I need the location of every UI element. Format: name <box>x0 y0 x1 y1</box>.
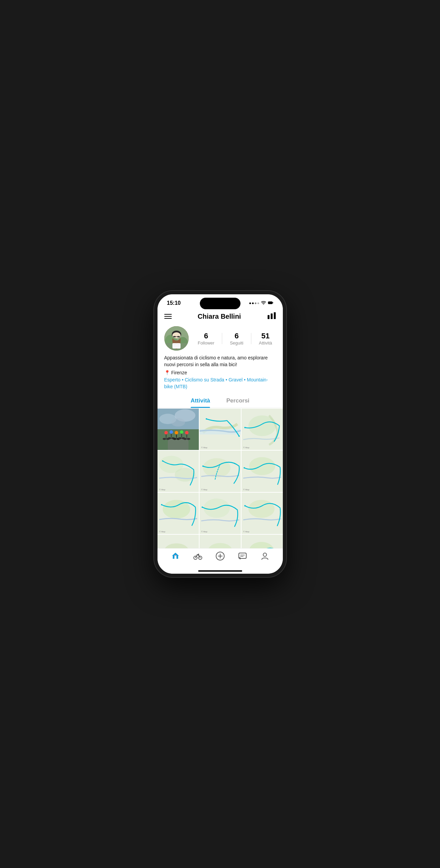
svg-point-34 <box>180 430 183 434</box>
grid-item-map-11[interactable]: © Map <box>242 535 283 548</box>
attivita-count: 51 <box>261 332 270 340</box>
svg-text:© Map: © Map <box>243 446 250 449</box>
grid-item-map-2[interactable]: © Map <box>242 409 283 450</box>
svg-point-30 <box>174 431 178 434</box>
grid-item-map-6[interactable]: © Map <box>158 493 199 534</box>
svg-rect-12 <box>173 336 176 337</box>
follower-count: 6 <box>204 332 208 340</box>
svg-point-11 <box>172 332 181 338</box>
svg-point-58 <box>202 466 204 467</box>
svg-point-40 <box>183 438 187 440</box>
stat-follower: 6 Follower <box>198 332 214 346</box>
svg-point-49 <box>244 427 246 428</box>
svg-rect-5 <box>274 312 276 319</box>
svg-text:© Map: © Map <box>159 530 166 533</box>
nav-home[interactable] <box>171 551 180 561</box>
grid-item-map-10[interactable]: © Map <box>200 535 241 548</box>
nav-cycling[interactable] <box>193 551 203 561</box>
nav-profile[interactable] <box>260 551 270 561</box>
tab-percorsi[interactable]: Percorsi <box>226 394 249 408</box>
tabs-bar: Attività Percorsi <box>158 394 283 408</box>
page-title: Chiara Bellini <box>198 313 241 320</box>
header: Chiara Bellini <box>158 309 283 325</box>
svg-point-24 <box>163 438 166 440</box>
svg-point-61 <box>249 457 275 475</box>
signal-icon <box>249 302 259 304</box>
tags-text: Esperto • Ciclismo su Strada • Gravel • … <box>164 377 276 390</box>
wifi-icon <box>261 300 266 306</box>
activities-grid[interactable]: © Map © Map <box>158 409 283 548</box>
status-icons <box>249 300 273 306</box>
stat-divider-2 <box>251 333 251 344</box>
stat-attivita: 51 Attività <box>259 332 272 346</box>
svg-rect-4 <box>271 314 273 319</box>
svg-rect-2 <box>272 302 273 303</box>
svg-text:© Map: © Map <box>243 488 250 491</box>
attivita-label: Attività <box>259 340 272 346</box>
svg-text:© Map: © Map <box>159 488 166 491</box>
bottom-nav <box>158 548 283 568</box>
svg-point-70 <box>202 507 203 508</box>
grid-item-map-9[interactable]: © Map <box>158 535 199 548</box>
follower-label: Follower <box>198 340 214 346</box>
battery-icon <box>268 300 273 306</box>
svg-point-62 <box>244 467 245 469</box>
bio-text: Appassionata di ciclismo e natura, amo e… <box>164 355 276 368</box>
home-indicator <box>198 570 242 572</box>
location-pin-icon: 📍 <box>164 370 170 375</box>
svg-point-20 <box>171 418 185 427</box>
profile-section: 6 Follower 6 Seguiti 51 Attività Appassi <box>158 325 283 394</box>
menu-button[interactable] <box>164 314 172 319</box>
svg-point-91 <box>198 554 199 555</box>
svg-text:© Map: © Map <box>201 446 208 449</box>
home-indicator-bar <box>158 568 283 574</box>
stats-row: 6 Follower 6 Seguiti 51 Attività <box>194 332 276 346</box>
grid-item-map-1[interactable]: © Map <box>200 409 241 450</box>
grid-item-photo[interactable] <box>158 409 199 450</box>
svg-point-36 <box>178 437 182 439</box>
seguiti-label: Seguiti <box>230 340 244 346</box>
grid-item-map-7[interactable]: © Map <box>200 493 241 534</box>
svg-rect-1 <box>268 302 272 304</box>
svg-point-22 <box>164 431 168 434</box>
avatar-image <box>164 326 189 351</box>
phone-shell: 15:10 <box>154 291 286 577</box>
svg-rect-13 <box>177 336 180 337</box>
svg-point-98 <box>263 553 267 556</box>
avatar <box>164 326 189 351</box>
nav-messages[interactable] <box>238 551 247 561</box>
photo-tile <box>158 409 199 450</box>
grid-item-map-8[interactable]: © Map <box>242 493 283 534</box>
nav-add[interactable] <box>215 551 225 561</box>
status-time: 15:10 <box>167 300 181 306</box>
svg-point-38 <box>185 431 188 434</box>
grid-item-map-5[interactable]: © Map <box>242 451 283 492</box>
svg-point-74 <box>244 505 246 507</box>
location-text: Firenze <box>171 370 187 375</box>
tab-attivita[interactable]: Attività <box>191 394 210 408</box>
svg-point-28 <box>168 437 171 439</box>
svg-point-44 <box>206 418 207 420</box>
profile-row: 6 Follower 6 Seguiti 51 Attività <box>164 326 276 351</box>
svg-point-66 <box>161 504 162 506</box>
svg-point-54 <box>162 460 163 462</box>
svg-text:© Map: © Map <box>243 530 250 533</box>
svg-point-41 <box>187 438 190 440</box>
svg-text:© Map: © Map <box>201 488 208 491</box>
grid-item-map-3[interactable]: © Map <box>158 451 199 492</box>
svg-point-73 <box>248 500 274 518</box>
svg-point-32 <box>173 438 176 440</box>
seguiti-count: 6 <box>234 332 238 340</box>
grid-item-map-4[interactable]: © Map <box>200 451 241 492</box>
stat-divider-1 <box>222 333 222 344</box>
stat-seguiti: 6 Seguiti <box>230 332 244 346</box>
phone-screen: 15:10 <box>158 294 283 574</box>
svg-point-0 <box>263 304 264 305</box>
svg-text:© Map: © Map <box>201 530 208 533</box>
svg-point-45 <box>238 436 239 437</box>
svg-point-26 <box>169 430 173 434</box>
svg-rect-3 <box>268 315 270 319</box>
stats-button[interactable] <box>267 312 276 321</box>
grid-container: © Map © Map <box>158 409 283 548</box>
dynamic-island <box>200 298 240 309</box>
